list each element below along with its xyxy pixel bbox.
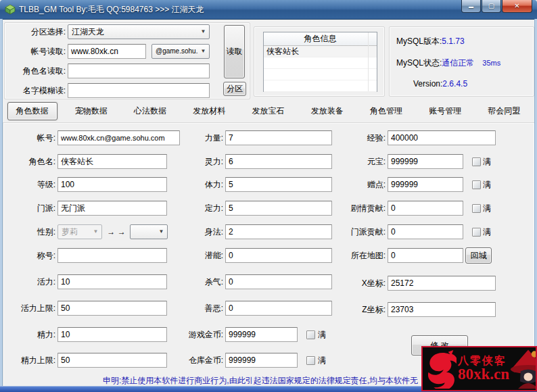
yuanbao-field-label: 元宝:: [331, 154, 386, 169]
story-contrib-field[interactable]: [388, 201, 463, 216]
tab-xinfa-data[interactable]: 心法数据: [120, 103, 179, 120]
rolename-field[interactable]: [57, 154, 167, 169]
account-field[interactable]: [57, 130, 180, 145]
sect-contrib-full-checkbox[interactable]: [472, 228, 481, 237]
maximize-button[interactable]: ▢: [482, 0, 501, 13]
z-coord-field[interactable]: [388, 302, 496, 317]
minimize-button[interactable]: ▬: [461, 0, 481, 13]
gift-points-full-checkbox[interactable]: [472, 180, 481, 189]
site-logo: 八零侠客 80xk.cn: [421, 346, 537, 391]
fuzzy-name-input[interactable]: [68, 83, 210, 98]
app-icon: [5, 4, 16, 15]
partition-button-label: 分区: [227, 83, 243, 95]
strength-field-label: 力量:: [169, 130, 223, 145]
tab-give-equipment[interactable]: 发放装备: [298, 103, 356, 120]
logo-domain: 80xk.cn: [458, 366, 509, 382]
yuanbao-field[interactable]: [388, 154, 463, 169]
app-window: TLBB_GM Tool By:毛毛 QQ:5984763 >>> 江湖天龙 ▬…: [0, 0, 537, 392]
tab-label: 发放材料: [191, 103, 227, 120]
stamina-field[interactable]: [225, 177, 332, 192]
tab-role-data[interactable]: 角色数据: [3, 102, 62, 120]
vitality-field[interactable]: [57, 274, 167, 289]
window-controls: ▬ ▢ ✕: [461, 0, 532, 13]
focus-field[interactable]: [225, 201, 332, 216]
tool-version-value: 2.6.4.5: [442, 79, 467, 89]
arrow-right-icon: → →: [105, 224, 128, 239]
title-field-label: 称号:: [7, 248, 55, 263]
mysql-latency: 35ms: [482, 59, 500, 67]
story-contrib-field-label: 剧情贡献:: [331, 201, 386, 216]
karma-field[interactable]: [225, 301, 332, 316]
killing-field-label: 杀气:: [169, 274, 223, 289]
char-info-row[interactable]: 侠客站长: [264, 46, 377, 57]
char-info-table: 角色信息 侠客站长: [263, 32, 377, 92]
rolename-input[interactable]: [68, 64, 210, 78]
yuanbao-full-checkbox[interactable]: [472, 157, 481, 166]
stamina-field-label: 体力:: [169, 177, 223, 192]
return-city-button[interactable]: 回城: [465, 247, 492, 264]
char-info-header[interactable]: 角色信息: [264, 32, 377, 46]
tab-give-gems[interactable]: 发放宝石: [239, 103, 298, 120]
vitality-max-field[interactable]: [57, 301, 167, 316]
energy-field[interactable]: [57, 327, 167, 342]
domain-dropdown[interactable]: @game.sohu.com ▼: [151, 44, 210, 59]
account-input[interactable]: [68, 44, 146, 59]
partition-button[interactable]: 分区: [223, 82, 246, 96]
close-button[interactable]: ✕: [502, 0, 532, 13]
account-read-label: 帐号读取:: [7, 44, 66, 59]
story-contrib-full-checkbox[interactable]: [472, 204, 481, 213]
rolename-read-label: 角色名读取:: [3, 64, 66, 78]
sect-field[interactable]: [57, 201, 167, 216]
minimize-icon: ▬: [469, 4, 473, 9]
tab-pet-data[interactable]: 宠物数据: [62, 103, 120, 120]
vitality-max-field-label: 活力上限:: [7, 301, 55, 316]
char-info-row[interactable]: [264, 80, 377, 92]
full-checkbox-label: 满: [483, 154, 491, 169]
current-map-field[interactable]: [388, 248, 463, 263]
read-button[interactable]: 读取: [224, 25, 245, 78]
x-coord-field[interactable]: [388, 276, 496, 291]
energy-max-field[interactable]: [57, 353, 167, 368]
full-checkbox-label: 满: [483, 201, 491, 216]
tab-guild-alliance[interactable]: 帮会同盟: [475, 103, 534, 120]
table-column-divider: [368, 32, 369, 91]
agility-field[interactable]: [225, 224, 332, 239]
level-field-label: 等级:: [7, 177, 55, 192]
level-field[interactable]: [57, 177, 167, 192]
spirit-field[interactable]: [225, 154, 332, 169]
char-info-row[interactable]: [264, 69, 377, 80]
bank-gold-full-checkbox[interactable]: [306, 356, 315, 365]
chevron-down-icon: ▼: [91, 225, 101, 239]
gift-points-field[interactable]: [388, 177, 463, 192]
char-info-row[interactable]: [264, 57, 377, 69]
energy-field-label: 精力:: [7, 327, 55, 342]
close-icon: ✕: [514, 2, 519, 9]
title-field[interactable]: [57, 248, 167, 263]
game-gold-full-checkbox[interactable]: [306, 330, 315, 339]
agility-field-label: 身法:: [169, 224, 223, 239]
full-checkbox-label: 满: [483, 224, 491, 239]
bank-gold-field[interactable]: [225, 353, 298, 368]
gender-target-dropdown[interactable]: ▼: [130, 224, 168, 239]
strength-field[interactable]: [225, 130, 332, 145]
potential-field[interactable]: [225, 248, 332, 263]
mascot-icon: [509, 347, 537, 390]
game-gold-field[interactable]: [225, 327, 298, 342]
tab-label: 角色数据: [7, 102, 57, 120]
tab-role-manage[interactable]: 角色管理: [356, 103, 415, 120]
tab-give-materials[interactable]: 发放材料: [180, 103, 239, 120]
killing-field[interactable]: [225, 274, 332, 289]
partition-select-dropdown[interactable]: 江湖天龙 ▼: [68, 24, 210, 39]
exp-field[interactable]: [388, 130, 496, 145]
tab-account-manage[interactable]: 账号管理: [416, 103, 475, 120]
tab-bar: 角色数据 宠物数据 心法数据 发放材料 发放宝石 发放装备 角色管理 账号管理 …: [3, 101, 534, 122]
sect-contrib-field[interactable]: [388, 224, 463, 239]
mysql-version-label: MySQL版本:: [396, 36, 442, 46]
chevron-down-icon: ▼: [198, 45, 208, 58]
tab-label: 发放装备: [310, 103, 345, 120]
x-coord-field-label: X坐标:: [331, 276, 386, 291]
tab-label: 发放宝石: [250, 103, 285, 120]
sect-field-label: 门派:: [7, 201, 55, 216]
chevron-down-icon: ▼: [198, 25, 208, 39]
gender-current-dropdown[interactable]: 萝莉 ▼: [57, 224, 102, 239]
